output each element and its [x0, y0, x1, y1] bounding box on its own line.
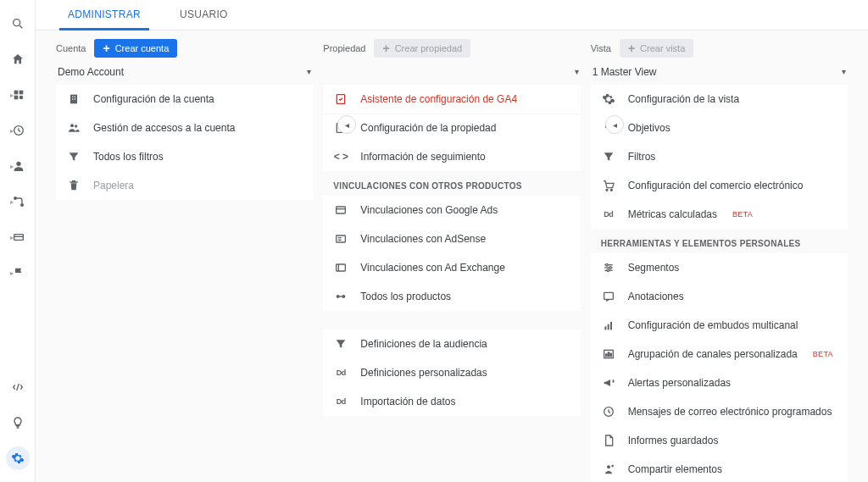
- search-icon[interactable]: [6, 12, 30, 36]
- collapse-arrow-icon[interactable]: ◂: [337, 115, 356, 134]
- tab-admin[interactable]: ADMINISTRAR: [59, 0, 149, 30]
- menu-item-label: Todos los productos: [360, 291, 451, 302]
- top-tabs: ADMINISTRAR USUARIO: [36, 0, 868, 30]
- menu-item[interactable]: Todos los productos: [323, 282, 580, 311]
- dd-icon: Dd: [333, 365, 348, 380]
- svg-rect-15: [72, 98, 73, 99]
- menu-item-label: Configuración del comercio electrónico: [628, 180, 804, 191]
- menu-item-label: Anotaciones: [628, 291, 684, 302]
- report-icon: [601, 433, 616, 448]
- menu-item-label: Filtros: [628, 151, 656, 163]
- property-linking-menu: Vinculaciones con Google AdsVinculacione…: [323, 196, 580, 311]
- svg-point-17: [70, 124, 74, 127]
- menu-item[interactable]: Todos los filtros: [56, 142, 313, 171]
- menu-item[interactable]: Anotaciones: [591, 282, 848, 311]
- left-nav-bar: ▸ ▸ ▸ ▸ ▸ ▸: [0, 0, 36, 482]
- account-selector[interactable]: Demo Account▾: [56, 63, 313, 81]
- menu-item[interactable]: Configuración de la propiedad: [323, 114, 580, 142]
- svg-point-39: [609, 267, 611, 269]
- menu-item-label: Agrupación de canales personalizada: [628, 348, 798, 360]
- check-sheet-icon: [333, 91, 348, 107]
- trash-icon: [66, 178, 81, 193]
- menu-item-label: Definiciones personalizadas: [360, 367, 487, 379]
- svg-point-50: [607, 465, 610, 468]
- menu-item[interactable]: Asistente de configuración de GA4: [323, 85, 580, 114]
- menu-item[interactable]: Configuración de la vista: [591, 85, 848, 114]
- menu-item[interactable]: DdMétricas calculadasBETA: [591, 200, 848, 229]
- create-account-button[interactable]: +Crear cuenta: [94, 39, 177, 58]
- menu-item[interactable]: DdImportación de datos: [323, 387, 580, 416]
- menu-item[interactable]: Filtros: [591, 142, 848, 171]
- grid-icon[interactable]: ▸: [6, 83, 30, 107]
- share-icon: [601, 462, 616, 477]
- person-icon[interactable]: ▸: [6, 154, 30, 178]
- attribution-icon[interactable]: [6, 375, 30, 399]
- menu-item-label: Métricas calculadas: [628, 208, 717, 220]
- menu-item-label: Configuración de la vista: [628, 93, 739, 105]
- filter-icon: [601, 149, 616, 164]
- menu-item[interactable]: Vinculaciones con Ad Exchange: [323, 253, 580, 282]
- menu-item[interactable]: Informes guardados: [591, 426, 848, 455]
- view-menu: Configuración de la vistaObjetivosFiltro…: [591, 85, 848, 229]
- menu-item[interactable]: Mensajes de correo electrónico programad…: [591, 397, 848, 426]
- filter-icon: [333, 336, 348, 352]
- section-title: HERRAMIENTAS Y ELEMENTOS PERSONALES: [591, 229, 848, 253]
- flag-icon[interactable]: ▸: [6, 261, 30, 285]
- svg-rect-12: [70, 95, 77, 104]
- property-menu: Asistente de configuración de GA4Configu…: [323, 85, 580, 171]
- svg-rect-43: [607, 324, 609, 330]
- svg-point-40: [607, 269, 609, 272]
- menu-item-label: Asistente de configuración de GA4: [360, 93, 517, 105]
- property-selector[interactable]: ▾: [323, 63, 580, 81]
- svg-rect-23: [337, 207, 346, 213]
- menu-item[interactable]: Vinculaciones con Google Ads: [323, 196, 580, 224]
- menu-item[interactable]: < >Información de seguimiento: [323, 142, 580, 171]
- view-selector[interactable]: 1 Master View▾: [591, 63, 848, 81]
- svg-rect-25: [337, 235, 346, 242]
- view-personal-menu: SegmentosAnotacionesConfiguración de emb…: [591, 253, 848, 482]
- menu-item[interactable]: Configuración del comercio electrónico: [591, 171, 848, 200]
- svg-rect-46: [605, 354, 606, 357]
- adx-icon: [333, 260, 348, 275]
- menu-item[interactable]: Gestión de accesos a la cuenta: [56, 114, 313, 142]
- flow-icon[interactable]: ▸: [6, 190, 30, 213]
- svg-point-18: [75, 125, 77, 127]
- megaphone-icon: [601, 375, 616, 391]
- menu-item-label: Vinculaciones con Ad Exchange: [360, 262, 505, 274]
- menu-item[interactable]: Compartir elementos: [591, 455, 848, 482]
- group-chart-icon: [601, 346, 616, 362]
- menu-item[interactable]: Configuración de la cuenta: [56, 85, 313, 114]
- svg-point-5: [19, 96, 23, 100]
- gear-icon[interactable]: [6, 446, 30, 470]
- menu-item[interactable]: Vinculaciones con AdSense: [323, 224, 580, 253]
- cart-icon: [601, 178, 616, 193]
- menu-item[interactable]: Configuración de embudos multicanal: [591, 311, 848, 340]
- card-icon[interactable]: ▸: [6, 225, 30, 249]
- svg-rect-47: [608, 352, 609, 357]
- svg-rect-48: [610, 353, 611, 356]
- lightbulb-icon[interactable]: [6, 411, 30, 435]
- admin-panel: Cuenta +Crear cuenta Demo Account▾ Confi…: [36, 30, 868, 482]
- tab-user[interactable]: USUARIO: [171, 0, 236, 30]
- menu-item[interactable]: Agrupación de canales personalizadaBETA: [591, 340, 848, 368]
- ads-icon: [333, 202, 348, 218]
- menu-item-label: Gestión de accesos a la cuenta: [93, 122, 235, 134]
- menu-item[interactable]: Objetivos: [591, 114, 848, 142]
- clock-icon[interactable]: ▸: [6, 119, 30, 142]
- create-view-button: +Crear vista: [620, 39, 693, 58]
- home-icon[interactable]: [6, 47, 30, 71]
- column-label: Cuenta: [56, 43, 86, 53]
- menu-item[interactable]: DdDefiniciones personalizadas: [323, 358, 580, 387]
- svg-point-34: [610, 189, 612, 191]
- dd-icon: Dd: [333, 394, 348, 409]
- menu-item[interactable]: Definiciones de la audiencia: [323, 330, 580, 358]
- collapse-arrow-icon[interactable]: ◂: [605, 115, 624, 134]
- link-icon: [333, 289, 348, 304]
- annotation-icon: [601, 289, 616, 304]
- menu-item[interactable]: Alertas personalizadas: [591, 368, 848, 397]
- column-view: Vista +Crear vista 1 Master View▾ Config…: [589, 39, 849, 474]
- clock-icon: [601, 404, 616, 419]
- column-label: Propiedad: [323, 43, 365, 53]
- menu-item[interactable]: Segmentos: [591, 253, 848, 282]
- building-icon: [66, 91, 81, 107]
